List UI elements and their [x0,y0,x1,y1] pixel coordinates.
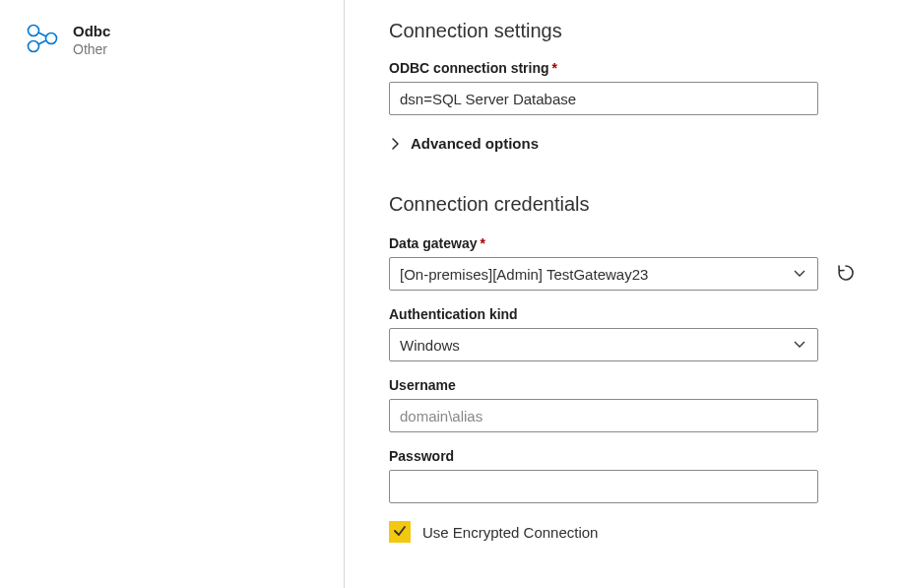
required-asterisk: * [552,60,557,76]
connector-summary-panel: Odbc Other [0,0,345,588]
conn-string-input[interactable] [389,82,818,115]
svg-point-0 [29,26,39,36]
auth-kind-select[interactable] [389,328,818,361]
svg-line-3 [38,33,46,36]
connection-credentials-heading: Connection credentials [389,193,867,216]
auth-kind-label: Authentication kind [389,306,867,322]
password-label: Password [389,448,867,464]
connector-title: Odbc [73,23,110,40]
advanced-options-toggle[interactable]: Advanced options [389,135,867,152]
svg-point-2 [46,33,57,44]
encrypted-connection-checkbox[interactable] [389,521,411,543]
refresh-icon [836,263,856,286]
username-label: Username [389,377,867,393]
check-icon [393,524,407,541]
connection-settings-heading: Connection settings [389,20,867,42]
required-asterisk: * [480,235,484,251]
advanced-options-label: Advanced options [411,135,539,152]
encrypted-connection-label: Use Encrypted Connection [422,524,598,541]
username-input[interactable] [389,399,818,432]
svg-line-4 [38,40,46,44]
connector-subtitle: Other [73,41,110,57]
password-input[interactable] [389,470,818,503]
settings-panel: Connection settings ODBC connection stri… [345,0,900,588]
gateway-label: Data gateway* [389,235,867,251]
conn-string-label: ODBC connection string* [389,60,867,76]
refresh-gateway-button[interactable] [832,259,860,290]
svg-point-1 [29,41,39,52]
chevron-right-icon [391,137,401,151]
odbc-connector-icon [26,22,59,55]
gateway-select[interactable] [389,257,818,291]
